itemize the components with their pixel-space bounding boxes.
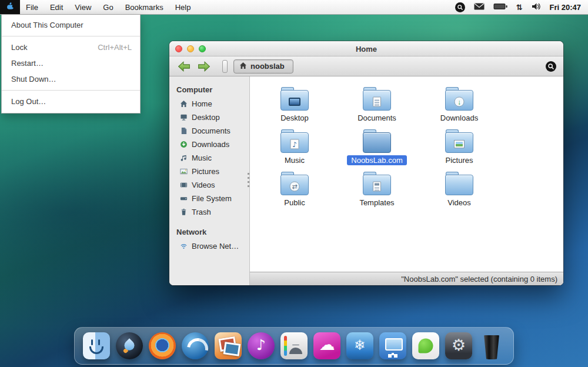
volume-icon[interactable] <box>532 2 541 12</box>
dock-cloud-storage-icon[interactable] <box>313 332 340 359</box>
file-label: Templates <box>355 198 398 208</box>
menu-item-about-this-computer[interactable]: About This Computer <box>2 17 140 33</box>
file-downloads[interactable]: Downloads <box>418 86 500 128</box>
file-documents[interactable]: Documents <box>336 86 418 128</box>
file-label: Public <box>280 198 309 208</box>
sidebar-item-pictures[interactable]: Pictures <box>169 165 249 178</box>
sidebar-item-label: Music <box>192 154 212 162</box>
maximize-button[interactable] <box>199 45 206 52</box>
file-public[interactable]: Public <box>253 171 336 213</box>
file-templates[interactable]: Templates <box>336 171 418 213</box>
pathbar-toggle-button[interactable] <box>222 60 228 73</box>
file-music[interactable]: Music <box>253 128 336 171</box>
menu-separator <box>2 90 140 91</box>
window-toolbar: noobslab <box>169 56 563 76</box>
network-wifi-icon <box>180 242 188 250</box>
file-desktop[interactable]: Desktop <box>253 86 336 128</box>
dock-package-installer-icon[interactable] <box>346 332 373 359</box>
menubar-item-edit[interactable]: Edit <box>44 0 69 14</box>
sidebar-item-home[interactable]: Home <box>169 97 249 111</box>
dock-thunderbird-icon[interactable] <box>182 332 209 359</box>
pane-splitter[interactable] <box>248 173 249 189</box>
menu-item-label: Shut Down… <box>11 75 56 84</box>
apple-icon <box>6 2 15 12</box>
dock-trash-icon[interactable] <box>478 332 505 359</box>
statusbar: "NoobsLab.com" selected (containing 0 it… <box>250 272 563 285</box>
menu-item-label: Lock <box>11 43 27 52</box>
dock <box>74 327 514 365</box>
menu-label: Help <box>175 3 191 12</box>
menubar-item-bookmarks[interactable]: Bookmarks <box>119 0 169 14</box>
dock-firefox-icon[interactable] <box>149 332 176 359</box>
sidebar-item-videos[interactable]: Videos <box>169 178 249 192</box>
file-noobslab-selected[interactable]: NoobsLab.com <box>336 128 418 171</box>
file-label: Desktop <box>276 113 313 123</box>
file-grid: Desktop Documents Downloads Music NoobsL… <box>250 76 563 272</box>
dock-rocket-launcher-icon[interactable] <box>116 332 143 359</box>
search-button[interactable] <box>546 61 556 72</box>
menu-item-shut-down[interactable]: Shut Down… <box>2 71 140 87</box>
mail-icon[interactable] <box>474 3 485 12</box>
folder-icon <box>445 132 473 153</box>
sidebar-item-label: File System <box>192 194 232 203</box>
file-label: Documents <box>353 113 400 123</box>
monitor-icon <box>180 114 188 121</box>
file-pictures[interactable]: Pictures <box>418 128 500 171</box>
battery-icon[interactable] <box>493 3 507 12</box>
dock-photos-icon[interactable] <box>215 332 242 359</box>
menubar-clock[interactable]: Fri 20:47 <box>550 3 581 12</box>
desktop-emblem-icon <box>289 98 300 106</box>
folder-icon <box>280 90 309 111</box>
sync-arrows-icon[interactable]: ⇅ <box>516 3 523 12</box>
apple-menu-button[interactable] <box>0 0 20 14</box>
menubar-item-go[interactable]: Go <box>97 0 119 14</box>
search-icon[interactable] <box>455 2 465 12</box>
dock-music-player-icon[interactable] <box>248 332 275 359</box>
dock-contacts-icon[interactable] <box>280 332 308 359</box>
template-emblem-icon <box>373 182 381 192</box>
window-controls <box>175 45 206 52</box>
path-button-noobslab[interactable]: noobslab <box>233 59 293 74</box>
file-label: Pictures <box>442 155 477 165</box>
sidebar-item-label: Trash <box>192 208 211 216</box>
sidebar-item-desktop[interactable]: Desktop <box>169 111 249 124</box>
menu-item-log-out[interactable]: Log Out… <box>2 94 140 109</box>
sidebar-item-label: Videos <box>192 181 215 189</box>
picture-emblem-icon <box>454 140 465 148</box>
sidebar-item-documents[interactable]: Documents <box>169 124 249 138</box>
sidebar-item-music[interactable]: Music <box>169 151 249 165</box>
close-button[interactable] <box>175 45 182 52</box>
home-icon <box>239 62 247 71</box>
window-titlebar[interactable]: Home <box>169 41 563 56</box>
sidebar-item-file-system[interactable]: File System <box>169 192 249 205</box>
menu-separator <box>2 36 140 36</box>
sidebar-item-downloads[interactable]: Downloads <box>169 138 249 151</box>
minimize-button[interactable] <box>187 45 194 52</box>
dock-displays-icon[interactable] <box>379 332 406 359</box>
film-icon <box>180 181 188 189</box>
sidebar-item-label: Pictures <box>192 167 219 176</box>
sidebar-item-trash[interactable]: Trash <box>169 205 249 219</box>
menubar-item-view[interactable]: View <box>69 0 97 14</box>
menu-label: View <box>75 3 91 12</box>
file-manager-window: Home <box>169 41 563 285</box>
dock-green-app-icon[interactable] <box>412 332 439 359</box>
file-label: Videos <box>443 198 475 208</box>
share-emblem-icon <box>290 182 300 192</box>
sidebar-item-browse-network[interactable]: Browse Net… <box>169 239 249 253</box>
forward-button[interactable] <box>196 59 212 74</box>
document-emblem-icon <box>373 97 381 107</box>
file-videos[interactable]: Videos <box>418 171 500 213</box>
dock-finder-icon[interactable] <box>83 332 110 359</box>
menu-item-shortcut: Ctrl+Alt+L <box>98 43 132 52</box>
back-button[interactable] <box>176 59 192 74</box>
menu-item-restart[interactable]: Restart… <box>2 55 140 71</box>
menubar-item-help[interactable]: Help <box>169 0 197 14</box>
menubar-item-file[interactable]: File <box>20 0 44 14</box>
dock-system-settings-icon[interactable] <box>445 332 472 359</box>
folder-icon <box>363 132 391 153</box>
trash-icon <box>180 208 188 216</box>
sidebar: Computer Home Desktop Documents Download… <box>169 76 250 285</box>
menu-item-lock[interactable]: Lock Ctrl+Alt+L <box>2 39 140 55</box>
statusbar-text: "NoobsLab.com" selected (containing 0 it… <box>401 275 557 283</box>
